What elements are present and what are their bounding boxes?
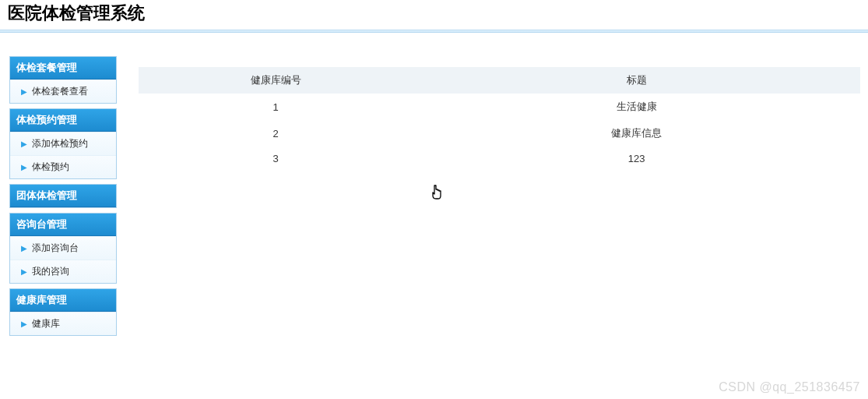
sidebar-item-package-view[interactable]: ▶ 体检套餐查看 <box>10 79 116 103</box>
chevron-right-icon: ▶ <box>21 244 27 252</box>
chevron-right-icon: ▶ <box>21 163 27 171</box>
table-header-row: 健康库编号 标题 <box>139 67 860 94</box>
sidebar-item-appointment[interactable]: ▶ 体检预约 <box>10 155 116 178</box>
cell-id: 3 <box>139 147 413 171</box>
sidebar-item-add-consult[interactable]: ▶ 添加咨询台 <box>10 236 116 260</box>
chevron-right-icon: ▶ <box>21 267 27 276</box>
sidebar-item-label: 添加咨询台 <box>32 242 79 255</box>
cell-id: 2 <box>139 120 413 147</box>
nav-group-header[interactable]: 健康库管理 <box>10 289 116 312</box>
cell-title: 123 <box>413 147 860 171</box>
sidebar-item-label: 体检预约 <box>32 161 69 174</box>
cell-title: 生活健康 <box>413 94 860 120</box>
sidebar-item-add-appointment[interactable]: ▶ 添加体检预约 <box>10 132 116 155</box>
table-row[interactable]: 3 123 <box>139 147 860 171</box>
sidebar-item-label: 健康库 <box>32 317 60 330</box>
chevron-right-icon: ▶ <box>21 320 27 328</box>
sidebar-item-label: 我的咨询 <box>32 265 69 278</box>
header: 医院体检管理系统 <box>0 0 868 30</box>
nav-group-appointment: 体检预约管理 ▶ 添加体检预约 ▶ 体检预约 <box>9 108 117 179</box>
nav-group-package: 体检套餐管理 ▶ 体检套餐查看 <box>9 56 117 104</box>
chevron-right-icon: ▶ <box>21 139 27 148</box>
cell-id: 1 <box>139 94 413 120</box>
sidebar-item-my-consult[interactable]: ▶ 我的咨询 <box>10 260 116 283</box>
sidebar-item-label: 体检套餐查看 <box>32 85 88 98</box>
nav-group-group-exam: 团体体检管理 <box>9 184 117 208</box>
data-table: 健康库编号 标题 1 生活健康 2 健康库信息 3 123 <box>139 67 860 171</box>
nav-group-header[interactable]: 体检套餐管理 <box>10 57 116 79</box>
sidebar: 体检套餐管理 ▶ 体检套餐查看 体检预约管理 ▶ 添加体检预约 ▶ 体检预约 团… <box>0 34 125 348</box>
nav-group-healthlib: 健康库管理 ▶ 健康库 <box>9 288 117 336</box>
table-row[interactable]: 2 健康库信息 <box>139 120 860 147</box>
column-header-id[interactable]: 健康库编号 <box>139 67 413 94</box>
pointer-cursor-icon <box>430 184 444 205</box>
nav-group-header[interactable]: 团体体检管理 <box>10 185 116 207</box>
page-title: 医院体检管理系统 <box>8 3 145 23</box>
nav-group-consult: 咨询台管理 ▶ 添加咨询台 ▶ 我的咨询 <box>9 213 117 284</box>
sidebar-item-label: 添加体检预约 <box>32 137 88 150</box>
nav-group-header[interactable]: 体检预约管理 <box>10 109 116 132</box>
top-divider <box>0 30 868 33</box>
chevron-right-icon: ▶ <box>21 87 27 96</box>
sidebar-item-healthlib[interactable]: ▶ 健康库 <box>10 312 116 335</box>
main-content: 健康库编号 标题 1 生活健康 2 健康库信息 3 123 <box>125 34 868 178</box>
layout: 体检套餐管理 ▶ 体检套餐查看 体检预约管理 ▶ 添加体检预约 ▶ 体检预约 团… <box>0 34 868 348</box>
table-row[interactable]: 1 生活健康 <box>139 94 860 120</box>
cell-title: 健康库信息 <box>413 120 860 147</box>
nav-group-header[interactable]: 咨询台管理 <box>10 214 116 236</box>
column-header-title[interactable]: 标题 <box>413 67 860 94</box>
